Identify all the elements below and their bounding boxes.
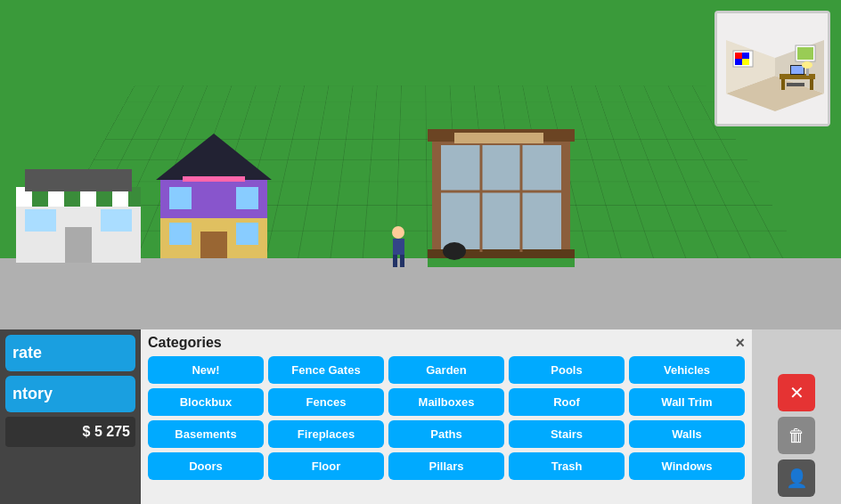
category-btn-blockbux[interactable]: Blockbux	[148, 388, 264, 416]
svg-rect-41	[742, 59, 749, 65]
category-btn-mailboxes[interactable]: Mailboxes	[388, 388, 504, 416]
trash-object	[441, 235, 468, 265]
trash-button[interactable]: 🗑	[778, 417, 815, 454]
category-btn-wall-trim[interactable]: Wall Trim	[629, 388, 745, 416]
trash-icon: 🗑	[788, 426, 805, 446]
category-btn-doors[interactable]: Doors	[148, 452, 264, 480]
svg-rect-30	[393, 255, 397, 267]
category-btn-garden[interactable]: Garden	[388, 356, 504, 384]
category-btn-paths[interactable]: Paths	[388, 420, 504, 448]
svg-point-32	[443, 242, 466, 260]
svg-rect-45	[781, 79, 785, 90]
character	[388, 225, 410, 265]
svg-rect-29	[393, 239, 404, 255]
svg-rect-43	[797, 47, 813, 60]
categories-grid: New!Fence GatesGardenPoolsVehiclesBlockb…	[148, 356, 745, 480]
svg-rect-46	[810, 79, 813, 90]
category-btn-floor[interactable]: Floor	[268, 452, 384, 480]
category-btn-walls[interactable]: Walls	[629, 420, 745, 448]
delete-icon: ✕	[789, 382, 804, 403]
room-preview	[714, 11, 830, 126]
svg-rect-39	[742, 53, 749, 59]
category-btn-fences[interactable]: Fences	[268, 388, 384, 416]
svg-rect-49	[791, 66, 804, 74]
svg-point-28	[392, 226, 404, 239]
category-btn-fireplaces[interactable]: Fireplaces	[268, 420, 384, 448]
svg-rect-7	[65, 227, 92, 263]
svg-rect-16	[169, 223, 192, 245]
categories-panel: Categories × New!Fence GatesGardenPoolsV…	[141, 329, 752, 504]
money-display: $ 5 275	[5, 417, 135, 447]
svg-rect-6	[25, 169, 132, 191]
category-btn-fence-gates[interactable]: Fence Gates	[268, 356, 384, 384]
rate-button[interactable]: rate	[5, 335, 135, 371]
svg-rect-47	[787, 83, 804, 86]
shop-building	[16, 160, 141, 267]
delete-button[interactable]: ✕	[778, 374, 815, 411]
game-viewport	[0, 0, 841, 329]
categories-title: Categories	[148, 335, 745, 351]
svg-rect-17	[236, 223, 258, 245]
svg-marker-12	[156, 134, 272, 180]
category-btn-basements[interactable]: Basements	[148, 420, 264, 448]
house-building	[156, 134, 272, 258]
svg-rect-13	[183, 176, 245, 182]
svg-rect-14	[169, 187, 192, 209]
svg-point-51	[802, 61, 812, 69]
money-amount: $ 5 275	[83, 424, 130, 439]
ground	[0, 258, 841, 329]
inventory-button[interactable]: ntory	[5, 376, 135, 412]
category-btn-windows[interactable]: Windows	[629, 452, 745, 480]
svg-rect-15	[236, 187, 258, 209]
category-btn-roof[interactable]: Roof	[509, 388, 625, 416]
bottom-ui: rate ntory $ 5 275 Categories × New!Fenc…	[0, 329, 841, 504]
person-icon: 👤	[786, 467, 808, 489]
category-btn-pools[interactable]: Pools	[509, 356, 625, 384]
rate-label: rate	[12, 344, 42, 362]
category-btn-trash[interactable]: Trash	[509, 452, 625, 480]
category-btn-vehicles[interactable]: Vehicles	[629, 356, 745, 384]
inventory-label: ntory	[12, 385, 53, 402]
svg-rect-9	[101, 209, 132, 232]
close-categories-button[interactable]: ×	[735, 334, 745, 353]
person-button[interactable]: 👤	[778, 459, 815, 497]
svg-rect-31	[400, 255, 404, 267]
category-btn-pillars[interactable]: Pillars	[388, 452, 504, 480]
category-btn-stairs[interactable]: Stairs	[509, 420, 625, 448]
category-btn-new-[interactable]: New!	[148, 356, 264, 384]
right-actions: ✕ 🗑 👤	[752, 329, 841, 504]
svg-rect-18	[200, 232, 227, 258]
left-panel: rate ntory $ 5 275	[0, 329, 141, 504]
svg-rect-38	[735, 53, 742, 59]
svg-rect-40	[735, 59, 742, 65]
svg-rect-22	[454, 133, 543, 143]
svg-rect-8	[25, 209, 56, 232]
